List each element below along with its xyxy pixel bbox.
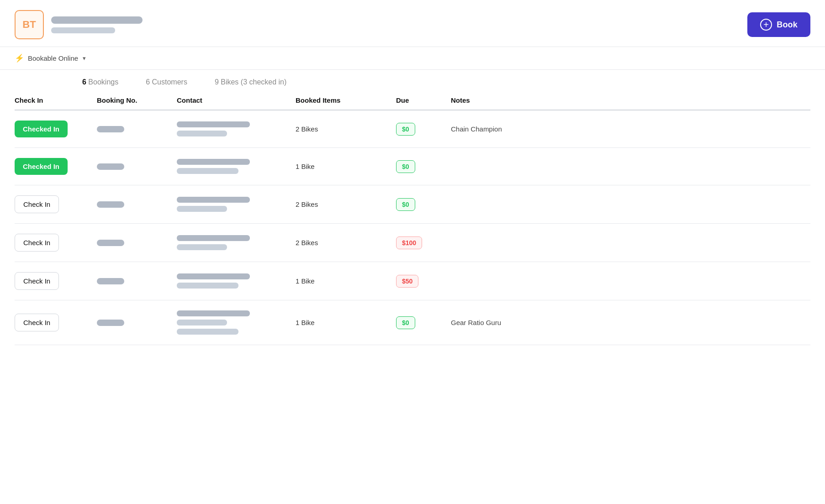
contact-placeholders: [177, 235, 288, 250]
booking-number-cell: [97, 224, 177, 262]
notes-cell: [451, 262, 810, 300]
notes-cell: [451, 185, 810, 224]
bookable-bar[interactable]: ⚡ Bookable Online ▾: [0, 47, 825, 70]
check-in-button[interactable]: Check In: [15, 195, 59, 213]
col-header-items: Booked Items: [296, 91, 396, 110]
contact-bar: [177, 329, 238, 335]
contact-bar: [177, 244, 227, 250]
bookings-table: Check In Booking No. Contact Booked Item…: [15, 91, 810, 345]
contact-bar: [177, 168, 238, 174]
booked-items-cell: 1 Bike: [296, 148, 396, 185]
due-badge: $0: [396, 123, 415, 136]
header-subtitle-placeholder: [51, 27, 115, 33]
due-cell: $0: [396, 148, 451, 185]
check-in-button[interactable]: Check In: [15, 314, 59, 331]
booked-items-cell: 2 Bikes: [296, 224, 396, 262]
contact-bar: [177, 235, 250, 241]
booked-items-cell: 2 Bikes: [296, 185, 396, 224]
check-in-button[interactable]: Check In: [15, 234, 59, 252]
checked-in-button[interactable]: Checked In: [15, 121, 68, 137]
contact-bar: [177, 206, 227, 212]
bookings-label: Bookings: [88, 78, 118, 86]
book-label: Book: [777, 20, 798, 30]
booking-number-cell: [97, 300, 177, 345]
notes-cell: [451, 148, 810, 185]
header-left: BT: [15, 10, 143, 39]
checkin-cell: Check In: [15, 185, 97, 224]
notes-cell: Chain Champion: [451, 110, 810, 148]
check-in-button[interactable]: Check In: [15, 272, 59, 290]
header-title-placeholder: [51, 16, 143, 24]
logo-text: BT: [22, 19, 36, 31]
booking-number-placeholder: [97, 201, 124, 208]
table-row: Check In2 Bikes$100: [15, 224, 810, 262]
bikes-text: 9 Bikes (3 checked in): [215, 78, 286, 86]
checkin-cell: Checked In: [15, 148, 97, 185]
booked-items-cell: 1 Bike: [296, 300, 396, 345]
contact-cell: [177, 185, 296, 224]
table-row: Check In1 Bike$0Gear Ratio Guru: [15, 300, 810, 345]
booking-number-placeholder: [97, 278, 124, 284]
col-header-due: Due: [396, 91, 451, 110]
stat-customers: 6 Customers: [146, 78, 187, 86]
stats-row: 6 Bookings 6 Customers 9 Bikes (3 checke…: [0, 70, 825, 91]
booking-number-placeholder: [97, 240, 124, 246]
checkin-cell: Check In: [15, 300, 97, 345]
contact-placeholders: [177, 159, 288, 174]
contact-bar: [177, 197, 250, 203]
booking-number-placeholder: [97, 163, 124, 170]
contact-placeholders: [177, 197, 288, 212]
contact-bar: [177, 121, 250, 127]
lightning-icon: ⚡: [15, 53, 24, 63]
contact-bar: [177, 320, 227, 326]
table-row: Check In1 Bike$50: [15, 262, 810, 300]
header-text: [51, 16, 143, 33]
due-cell: $0: [396, 110, 451, 148]
contact-placeholders: [177, 310, 288, 335]
logo-box: BT: [15, 10, 44, 39]
contact-bar: [177, 159, 250, 165]
customers-text: 6 Customers: [146, 78, 187, 86]
contact-cell: [177, 148, 296, 185]
stat-bikes: 9 Bikes (3 checked in): [215, 78, 286, 86]
plus-circle-icon: +: [760, 19, 772, 31]
checked-in-button[interactable]: Checked In: [15, 158, 68, 175]
notes-cell: Gear Ratio Guru: [451, 300, 810, 345]
bookings-count: 6: [82, 78, 86, 86]
col-header-booking: Booking No.: [97, 91, 177, 110]
due-badge: $0: [396, 316, 415, 329]
table-container: Check In Booking No. Contact Booked Item…: [0, 91, 825, 345]
contact-bar: [177, 273, 250, 279]
stat-bookings: 6 Bookings: [82, 78, 118, 86]
notes-cell: [451, 224, 810, 262]
due-cell: $0: [396, 185, 451, 224]
table-header-row: Check In Booking No. Contact Booked Item…: [15, 91, 810, 110]
checkin-cell: Checked In: [15, 110, 97, 148]
booked-items-cell: 2 Bikes: [296, 110, 396, 148]
chevron-down-icon: ▾: [83, 55, 86, 62]
booking-number-cell: [97, 262, 177, 300]
book-button[interactable]: + Book: [747, 12, 810, 37]
booking-number-cell: [97, 110, 177, 148]
contact-cell: [177, 224, 296, 262]
due-cell: $100: [396, 224, 451, 262]
due-badge: $0: [396, 198, 415, 211]
due-cell: $50: [396, 262, 451, 300]
booking-number-cell: [97, 148, 177, 185]
contact-bar: [177, 283, 238, 289]
contact-cell: [177, 300, 296, 345]
checkin-cell: Check In: [15, 262, 97, 300]
booking-number-placeholder: [97, 126, 124, 132]
contact-placeholders: [177, 121, 288, 136]
checkin-cell: Check In: [15, 224, 97, 262]
contact-cell: [177, 262, 296, 300]
col-header-contact: Contact: [177, 91, 296, 110]
header: BT + Book: [0, 0, 825, 47]
page-wrapper: BT + Book ⚡ Bookable Online ▾ 6 Bookings…: [0, 0, 825, 504]
col-header-checkin: Check In: [15, 91, 97, 110]
table-row: Checked In2 Bikes$0Chain Champion: [15, 110, 810, 148]
due-badge: $0: [396, 160, 415, 173]
contact-bar: [177, 131, 227, 136]
booking-number-placeholder: [97, 320, 124, 326]
bookable-label: Bookable Online: [28, 54, 78, 62]
